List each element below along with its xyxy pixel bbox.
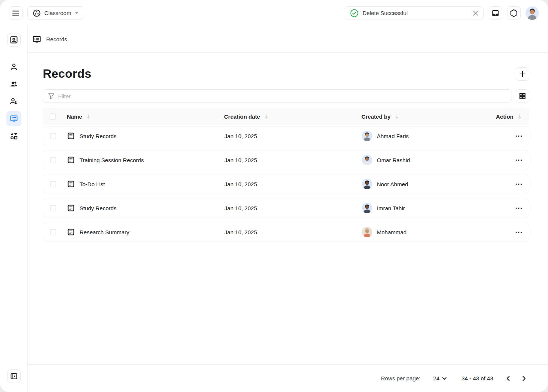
table-row[interactable]: Research Summary Jan 10, 2025 Mohammad <box>43 223 529 241</box>
contact-card-icon <box>10 36 18 44</box>
notifications-button[interactable] <box>507 6 521 20</box>
column-header-created-by[interactable]: Created by <box>361 113 474 120</box>
sidebar-item-categories[interactable] <box>6 128 21 143</box>
rows-per-page-value: 24 <box>433 375 440 381</box>
success-check-icon <box>350 9 358 17</box>
column-label: Name <box>67 113 82 120</box>
more-dots-icon <box>515 231 522 233</box>
select-all-checkbox[interactable] <box>50 113 56 120</box>
grid-view-button[interactable] <box>516 89 529 103</box>
page-content: Records <box>28 53 548 364</box>
record-date: Jan 10, 2025 <box>224 133 362 139</box>
sidebar-item-profile[interactable] <box>6 59 21 74</box>
column-label: Action <box>496 113 513 120</box>
column-label: Created by <box>361 113 391 120</box>
document-icon <box>67 156 75 164</box>
contacts-panel-button[interactable] <box>7 33 21 47</box>
sidebar-item-members[interactable] <box>6 94 21 109</box>
record-date: Jan 10, 2025 <box>224 157 362 163</box>
hamburger-icon <box>12 11 19 16</box>
creator-name: Noor Ahmed <box>377 181 408 187</box>
row-checkbox[interactable] <box>50 181 56 187</box>
top-bar: Classroom Delete Successful <box>0 0 548 26</box>
pagination-range: 34 - 43 of 43 <box>462 375 493 381</box>
row-checkbox[interactable] <box>50 229 56 235</box>
sort-arrow-icon <box>394 114 400 119</box>
chevron-down-icon <box>75 12 79 14</box>
record-date: Jan 10, 2025 <box>224 229 362 235</box>
sidebar <box>0 26 28 392</box>
row-actions-button[interactable] <box>515 206 522 211</box>
hexagon-icon <box>510 9 518 17</box>
creator-avatar <box>362 155 372 165</box>
column-header-creation-date[interactable]: Creation date <box>224 113 361 120</box>
creator-avatar <box>362 227 372 237</box>
chevron-down-icon <box>442 377 447 380</box>
table-row[interactable]: To-Do List Jan 10, 2025 Noor Ahmed <box>43 175 529 193</box>
inbox-button[interactable] <box>489 6 502 20</box>
row-actions-button[interactable] <box>515 134 522 139</box>
sidebar-nav <box>6 59 21 143</box>
filter-funnel-icon <box>48 93 54 99</box>
row-checkbox[interactable] <box>50 133 56 139</box>
document-icon <box>67 228 75 236</box>
records-breadcrumb-icon <box>32 35 41 44</box>
records-icon <box>10 115 18 123</box>
close-icon <box>473 10 479 16</box>
record-name: Study Records <box>80 133 116 139</box>
record-name: To-Do List <box>80 181 105 187</box>
person-icon <box>10 63 18 71</box>
grid-icon <box>519 93 526 100</box>
expand-panel-button[interactable] <box>7 369 21 383</box>
sort-arrow-icon <box>86 114 91 119</box>
creator-avatar <box>362 203 372 213</box>
filter-field <box>43 89 512 103</box>
row-actions-button[interactable] <box>515 158 522 163</box>
hamburger-menu-button[interactable] <box>9 6 23 20</box>
rows-per-page-label: Rows per page: <box>381 375 420 381</box>
chevron-right-icon <box>521 375 527 381</box>
workspace-switcher[interactable]: Classroom <box>27 6 84 20</box>
sidebar-item-records[interactable] <box>6 111 21 126</box>
breadcrumb-bar: Records <box>28 26 548 53</box>
add-record-button[interactable] <box>516 67 529 81</box>
record-date: Jan 10, 2025 <box>224 181 362 187</box>
prev-page-button[interactable] <box>503 373 513 384</box>
row-actions-button[interactable] <box>515 230 522 235</box>
row-checkbox[interactable] <box>50 205 56 211</box>
more-dots-icon <box>515 135 522 137</box>
filter-input[interactable] <box>58 93 507 100</box>
creator-name: Imran Tahir <box>377 205 405 211</box>
record-name: Research Summary <box>80 229 129 235</box>
column-header-action[interactable]: Action <box>474 113 522 120</box>
sort-arrow-icon <box>517 114 522 119</box>
creator-avatar <box>362 179 372 189</box>
toast-close-button[interactable] <box>473 9 479 18</box>
row-actions-button[interactable] <box>515 182 522 187</box>
chevron-left-icon <box>505 375 511 381</box>
sidebar-item-groups[interactable] <box>6 77 21 92</box>
next-page-button[interactable] <box>519 373 529 384</box>
column-header-name[interactable]: Name <box>67 113 224 120</box>
more-dots-icon <box>515 183 522 185</box>
page-title: Records <box>43 67 91 81</box>
creator-name: Omar Rashid <box>377 157 410 163</box>
workspace-icon <box>33 9 41 17</box>
user-avatar[interactable] <box>525 6 539 20</box>
app-window: Classroom Delete Successful <box>0 0 548 392</box>
sidebar-bottom <box>7 369 21 383</box>
table-row[interactable]: Training Session Records Jan 10, 2025 Om… <box>43 151 529 169</box>
person-manage-icon <box>9 97 18 106</box>
row-checkbox[interactable] <box>50 157 56 163</box>
toast-message: Delete Successful <box>363 10 468 16</box>
document-icon <box>67 204 75 212</box>
rows-per-page-select[interactable]: 24 <box>433 375 447 381</box>
record-date: Jan 10, 2025 <box>224 205 362 211</box>
main-area: Records Records <box>28 26 548 392</box>
table-row[interactable]: Study Records Jan 10, 2025 Ahmad Faris <box>43 127 529 145</box>
more-dots-icon <box>515 159 522 161</box>
table-row[interactable]: Study Records Jan 10, 2025 Imran Tahir <box>43 199 529 217</box>
creator-name: Ahmad Faris <box>377 133 409 139</box>
table-body: Study Records Jan 10, 2025 Ahmad Faris <box>43 127 529 241</box>
panel-expand-icon <box>10 372 18 380</box>
